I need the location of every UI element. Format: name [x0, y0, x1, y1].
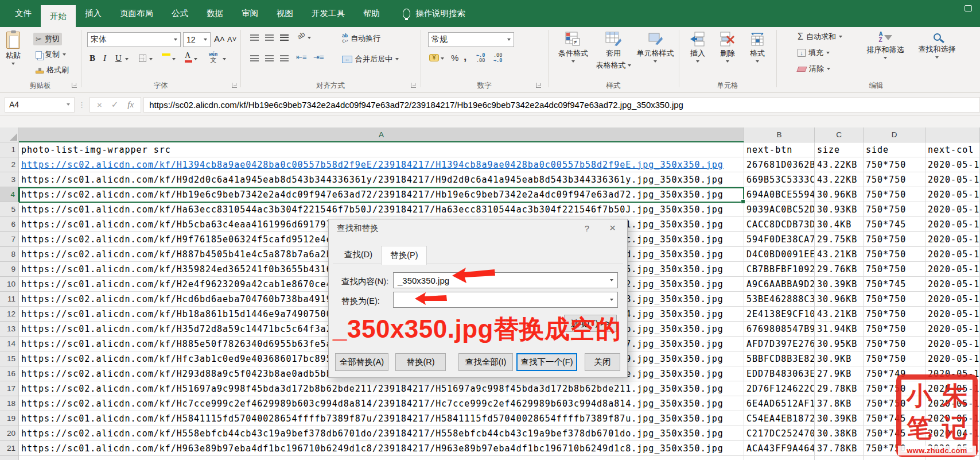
cell-c5[interactable]: 30.93KB — [815, 202, 864, 217]
tab-view[interactable]: 视图 — [267, 0, 302, 27]
cell-d7[interactable]: 750*750 — [864, 232, 925, 247]
find-what-input[interactable]: _350x350.jpg — [393, 272, 618, 288]
font-dialog-launcher[interactable] — [232, 83, 237, 88]
row-number[interactable]: 12 — [0, 307, 19, 322]
shrink-font-button[interactable]: A˅ — [227, 35, 236, 44]
cell-b14[interactable]: AFD7D397E276 — [744, 337, 815, 351]
cell-b15[interactable]: 5BBFCD8B3E82 — [744, 351, 815, 366]
cell-d4[interactable]: 750*750 — [864, 187, 925, 202]
replace-button[interactable]: 替换(R) — [395, 353, 446, 371]
cell-d5[interactable]: 750*750 — [864, 202, 925, 217]
wrap-text-button[interactable]: abc↩ 自动换行 — [340, 32, 383, 45]
bold-button[interactable]: B — [90, 53, 95, 63]
row-number[interactable]: 15 — [0, 351, 19, 366]
align-top-icon[interactable] — [250, 34, 259, 41]
find-next-button[interactable]: 查找下一个(F) — [516, 353, 577, 371]
find-select-button[interactable]: 查找和选择 — [913, 32, 960, 59]
cell-a1[interactable]: photo-list-img-wrapper src — [19, 142, 744, 157]
merge-dropdown-icon[interactable] — [395, 58, 399, 60]
row-number[interactable]: 3 — [0, 172, 19, 187]
cell-e4[interactable]: 2020-05-1 — [925, 187, 980, 202]
number-format-combo[interactable]: 常规 — [428, 32, 514, 47]
format-as-table-button[interactable]: 套用 表格格式 — [594, 32, 632, 71]
tab-formulas[interactable]: 公式 — [162, 0, 197, 27]
fill-color-button[interactable] — [162, 53, 170, 56]
cell-c13[interactable]: 31.94KB — [815, 322, 864, 337]
row-number[interactable]: 21 — [0, 441, 19, 456]
cell-b2[interactable]: 267681D0362B — [744, 157, 815, 172]
cell-a20[interactable]: https://sc02.alicdn.com/kf/H558ebfcb44cb… — [19, 426, 744, 441]
cell-b9[interactable]: CB7BBFBF1092 — [744, 262, 815, 277]
percent-style-icon[interactable]: % — [451, 53, 458, 63]
align-right-icon[interactable] — [280, 55, 289, 61]
merge-center-button[interactable]: ↔ 合并后居中 — [340, 53, 401, 65]
cell-a21[interactable]: https://sc01.alicdn.com/kf/H963e89b97eba… — [19, 441, 744, 456]
cell-d1[interactable]: side — [864, 142, 925, 157]
insert-function-icon[interactable]: fx — [127, 100, 134, 110]
insert-cells-button[interactable]: 插入 — [685, 32, 710, 63]
replace-with-dropdown-icon[interactable] — [610, 299, 613, 301]
cell-d2[interactable]: 750*750 — [864, 157, 925, 172]
number-dialog-launcher[interactable] — [536, 83, 541, 88]
row-number[interactable]: 16 — [0, 366, 19, 381]
copy-dropdown-icon[interactable] — [63, 53, 66, 56]
enter-icon[interactable]: ✓ — [111, 99, 119, 110]
cell-e3[interactable]: 2020-05-1 — [925, 172, 980, 187]
tab-replace[interactable]: 替换(P) — [381, 246, 427, 265]
cell-b5[interactable]: 9039AC0BC52D — [744, 202, 815, 217]
align-left-icon[interactable] — [250, 55, 259, 61]
row-number[interactable]: 8 — [0, 247, 19, 262]
row-number[interactable]: 17 — [0, 381, 19, 396]
cell-d6[interactable]: 750*745 — [864, 217, 925, 232]
select-all-corner[interactable] — [0, 127, 19, 142]
cell-b22[interactable] — [744, 456, 815, 460]
font-color-dropdown-icon[interactable] — [194, 58, 197, 60]
close-button[interactable]: 关闭 — [585, 353, 620, 371]
decrease-indent-icon[interactable]: ⇤≡ — [296, 53, 306, 61]
row-number[interactable]: 5 — [0, 202, 19, 217]
orientation-dropdown-icon[interactable] — [308, 37, 311, 39]
tab-find[interactable]: 查找(D) — [336, 246, 381, 264]
tab-home[interactable]: 开始 — [41, 5, 76, 27]
name-box[interactable]: A4 — [5, 97, 75, 113]
row-number[interactable]: 19 — [0, 411, 19, 426]
italic-button[interactable]: I — [103, 53, 106, 63]
accounting-format-icon[interactable]: ¥ — [429, 54, 439, 61]
cell-e7[interactable]: 2020-05-1 — [925, 232, 980, 247]
cancel-icon[interactable]: × — [97, 100, 102, 110]
formula-input[interactable]: https://sc02.alicdn.com/kf/Hb19e6c9beb73… — [143, 97, 980, 113]
cell-c10[interactable]: 30.39KB — [815, 277, 864, 292]
cell-d11[interactable]: 750*750 — [864, 292, 925, 307]
cell-c19[interactable]: 30.39KB — [815, 411, 864, 426]
cell-e15[interactable]: 2020-05-1 — [925, 351, 980, 366]
cell-b12[interactable]: 2E4138E9CF10 — [744, 307, 815, 322]
column-header-a[interactable]: A — [19, 127, 744, 142]
tab-developer[interactable]: 开发工具 — [302, 0, 354, 27]
cell-e5[interactable]: 2020-05-1 — [925, 202, 980, 217]
row-number[interactable]: 4 — [0, 187, 19, 202]
ribbon-display-options-icon[interactable] — [965, 5, 972, 11]
format-cells-button[interactable]: 格式 — [745, 32, 770, 63]
accounting-dropdown-icon[interactable] — [441, 57, 444, 60]
dialog-close-icon[interactable]: × — [609, 222, 616, 234]
comma-style-icon[interactable]: , — [464, 51, 466, 63]
cell-c7[interactable]: 29.75KB — [815, 232, 864, 247]
align-bottom-icon[interactable] — [280, 34, 289, 41]
row-number[interactable]: 20 — [0, 426, 19, 441]
dialog-help-icon[interactable]: ? — [585, 223, 589, 233]
cell-a18[interactable]: https://sc02.alicdn.com/kf/Hc7cce999c2ef… — [19, 396, 744, 411]
column-header-c[interactable]: C — [815, 127, 864, 142]
cell-d10[interactable]: 750*745 — [864, 277, 925, 292]
format-painter-button[interactable]: 格式刷 — [33, 64, 71, 76]
orientation-icon[interactable]: ab — [295, 30, 306, 41]
increase-decimal-icon[interactable]: ←.0.00 — [476, 53, 485, 64]
cell-b6[interactable]: CACC8DCDB73D — [744, 217, 815, 232]
cell-e14[interactable]: 2020-05-1 — [925, 337, 980, 351]
cell-a19[interactable]: https://sc01.alicdn.com/kf/H5841115fd570… — [19, 411, 744, 426]
cell-c1[interactable]: size — [815, 142, 864, 157]
cell-a5[interactable]: https://sc01.alicdn.com/kf/Ha63ecc831054… — [19, 202, 744, 217]
cell-d13[interactable]: 750*750 — [864, 322, 925, 337]
cut-button[interactable]: ✂ 剪切 — [33, 33, 62, 45]
clipboard-dialog-launcher[interactable] — [72, 83, 77, 88]
phonetic-guide-button[interactable]: wén文 — [209, 52, 217, 64]
